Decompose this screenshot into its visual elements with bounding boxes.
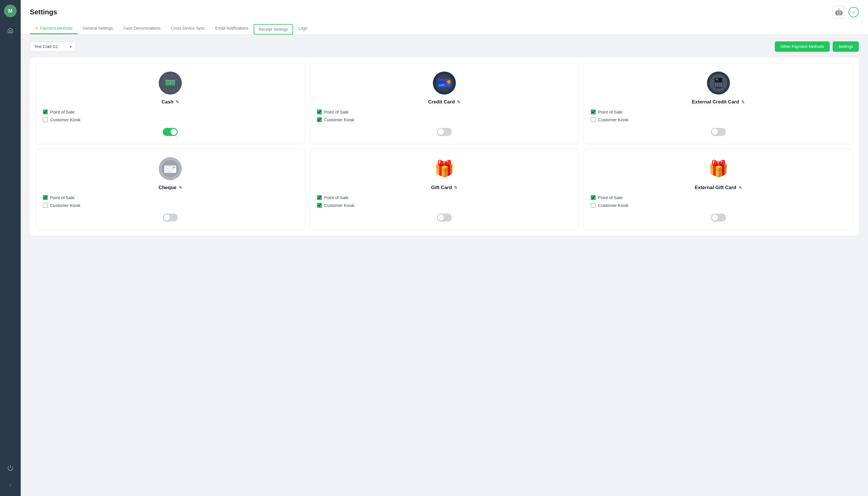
cash-kiosk-checkbox[interactable]: Customer Kiosk <box>43 117 298 122</box>
gift-card-title: Gift Card ✎ <box>431 185 458 190</box>
cheque-icon <box>159 157 182 180</box>
svg-text:$: $ <box>170 82 171 84</box>
svg-rect-22 <box>715 83 716 84</box>
check-icon: ✓ <box>849 7 859 17</box>
gift-pos-checkbox[interactable]: Point of Sale <box>317 195 572 200</box>
svg-rect-30 <box>715 86 716 87</box>
page-title: Settings <box>30 8 57 16</box>
svg-rect-37 <box>165 166 177 167</box>
tab-star-icon: ★ <box>35 26 38 30</box>
svg-rect-33 <box>720 86 722 87</box>
cash-icon: $ <box>159 72 182 95</box>
gift-card-toggle[interactable] <box>437 214 452 221</box>
gift-kiosk-checkbox[interactable]: Customer Kiosk <box>317 203 572 208</box>
svg-rect-31 <box>717 86 718 87</box>
sidebar: M › <box>0 0 21 496</box>
svg-rect-24 <box>718 83 720 84</box>
payment-card-external-gift-card: 🎁 External Gift Card ✎ Point of Sale <box>584 149 853 230</box>
cash-checkboxes: Point of Sale Customer Kiosk <box>43 109 298 122</box>
external-credit-icon <box>707 72 730 95</box>
device-dropdown[interactable]: Test Crad G1 ▾ <box>30 42 76 51</box>
cheque-kiosk-checkbox[interactable]: Customer Kiosk <box>43 203 298 208</box>
avatar[interactable]: M <box>4 4 17 17</box>
svg-rect-27 <box>717 84 718 86</box>
cash-toggle[interactable] <box>163 128 178 136</box>
external-gift-card-checkboxes: Point of Sale Customer Kiosk <box>591 195 846 208</box>
svg-rect-20 <box>716 79 718 80</box>
cards-container: $ Cash ✎ Point of Sale <box>30 58 859 236</box>
svg-rect-21 <box>716 80 719 80</box>
robot-icon[interactable]: 🤖 <box>832 6 845 18</box>
svg-rect-23 <box>717 83 718 84</box>
external-credit-edit-icon[interactable]: ✎ <box>742 100 745 104</box>
svg-rect-28 <box>718 84 720 86</box>
credit-card-checkboxes: Point of Sale Customer Kiosk <box>317 109 572 122</box>
tab-cross-device-sync[interactable]: Cross Device Sync <box>166 23 210 34</box>
credit-card-edit-icon[interactable]: ✎ <box>457 100 461 104</box>
external-gift-card-icon: 🎁 <box>707 157 730 180</box>
external-gift-kiosk-checkbox[interactable]: Customer Kiosk <box>591 203 846 208</box>
cheque-pos-checkbox[interactable]: Point of Sale <box>43 195 298 200</box>
gift-card-icon: 🎁 <box>433 157 456 180</box>
payment-card-cheque: Cheque ✎ Point of Sale Customer Kiosk <box>36 149 305 230</box>
tab-logo[interactable]: Logo <box>293 23 312 34</box>
svg-text:AMEX: AMEX <box>439 85 443 86</box>
svg-rect-34 <box>716 87 721 88</box>
gift-card-edit-icon[interactable]: ✎ <box>454 185 458 190</box>
tab-cash-denominations[interactable]: Cash Denominations <box>118 23 166 34</box>
cheque-edit-icon[interactable]: ✎ <box>179 185 182 190</box>
toolbar: Test Crad G1 ▾ Other Payment Methods Set… <box>30 41 859 52</box>
gift-card-checkboxes: Point of Sale Customer Kiosk <box>317 195 572 208</box>
sidebar-home-icon[interactable] <box>4 24 17 37</box>
payment-card-credit-card: VISA AMEX Credit Card ✎ <box>310 63 579 144</box>
tab-email-notifications[interactable]: Email Notifications <box>210 23 253 34</box>
header: Settings 🤖 ✓ ★ Payment Methods General S… <box>21 0 868 34</box>
cash-edit-icon[interactable]: ✎ <box>176 100 179 104</box>
external-credit-checkboxes: Point of Sale Customer Kiosk <box>591 109 846 122</box>
cheque-checkboxes: Point of Sale Customer Kiosk <box>43 195 298 208</box>
payment-card-gift-card: 🎁 Gift Card ✎ Point of Sale Custom <box>310 149 579 230</box>
credit-card-icon: VISA AMEX <box>433 72 456 95</box>
content-area: Test Crad G1 ▾ Other Payment Methods Set… <box>21 34 868 496</box>
svg-rect-7 <box>165 80 176 80</box>
credit-card-toggle[interactable] <box>437 128 452 136</box>
other-payment-methods-button[interactable]: Other Payment Methods <box>775 41 830 52</box>
tab-payment-methods[interactable]: ★ Payment Methods <box>30 23 78 34</box>
tab-receipt-settings[interactable]: Receipt Settings <box>254 24 293 34</box>
tab-general-settings[interactable]: General Settings <box>78 23 118 34</box>
svg-rect-26 <box>715 84 716 86</box>
external-gift-card-title: External Gift Card ✎ <box>694 185 742 190</box>
sidebar-expand-icon[interactable]: › <box>4 479 17 492</box>
svg-rect-29 <box>720 84 722 86</box>
svg-rect-32 <box>718 86 720 87</box>
main-content: Settings 🤖 ✓ ★ Payment Methods General S… <box>21 0 868 496</box>
external-credit-kiosk-checkbox[interactable]: Customer Kiosk <box>591 117 846 122</box>
credit-pos-checkbox[interactable]: Point of Sale <box>317 109 572 114</box>
cash-pos-checkbox[interactable]: Point of Sale <box>43 109 298 114</box>
dropdown-chevron-icon: ▾ <box>70 44 72 49</box>
cheque-toggle[interactable] <box>163 214 178 221</box>
svg-rect-25 <box>720 83 722 84</box>
external-gift-pos-checkbox[interactable]: Point of Sale <box>591 195 846 200</box>
credit-kiosk-checkbox[interactable]: Customer Kiosk <box>317 117 572 122</box>
cash-title: Cash ✎ <box>162 99 179 105</box>
nav-tabs: ★ Payment Methods General Settings Cash … <box>30 23 859 34</box>
external-credit-pos-checkbox[interactable]: Point of Sale <box>591 109 846 114</box>
settings-button[interactable]: Settings <box>833 41 859 52</box>
payment-card-cash: $ Cash ✎ Point of Sale <box>36 63 305 144</box>
sidebar-power-icon[interactable] <box>4 462 17 474</box>
payment-card-external-credit: External Credit Card ✎ Point of Sale Cus… <box>584 63 853 144</box>
credit-card-title: Credit Card ✎ <box>428 99 461 105</box>
cheque-title: Cheque ✎ <box>159 185 182 190</box>
cards-grid: $ Cash ✎ Point of Sale <box>36 63 853 230</box>
external-gift-card-toggle[interactable] <box>711 214 726 221</box>
svg-point-13 <box>447 80 451 84</box>
external-credit-title: External Credit Card ✎ <box>692 99 745 105</box>
external-gift-card-edit-icon[interactable]: ✎ <box>738 185 742 190</box>
external-credit-toggle[interactable] <box>711 128 726 136</box>
